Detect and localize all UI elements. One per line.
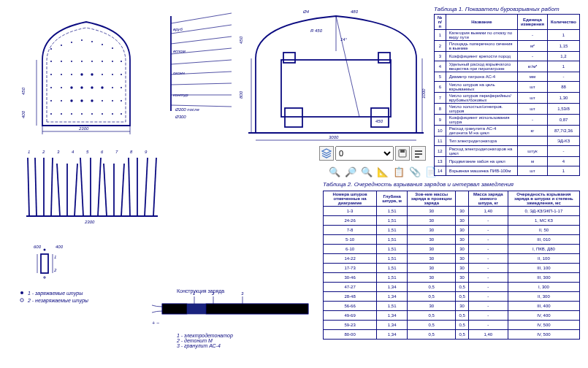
table-cell: 24-26	[324, 216, 377, 226]
svg-rect-123	[415, 153, 422, 155]
table-row: 5Диаметр патрона АС-4мм-	[435, 72, 580, 82]
charge-title: Конструкция заряда	[177, 288, 316, 294]
table-cell: Расход гранулита АС-4 детонита М на цикл	[446, 126, 517, 137]
table-cell: 1,51	[377, 273, 408, 283]
table2-header: Глубина шпура, м	[377, 191, 408, 207]
svg-point-30	[121, 87, 122, 88]
svg-point-19	[91, 73, 93, 75]
svg-line-86	[129, 158, 130, 216]
table-cell: 1,40	[468, 330, 508, 340]
table-row: 80-001,340,50,51,40IV, 500	[324, 330, 580, 340]
table-cell: 1,2	[548, 52, 580, 61]
table-cell: 30	[408, 302, 456, 311]
table-row: 3Коэффициент крепости пород-1,2	[435, 52, 580, 61]
table-cell: 8	[435, 104, 446, 115]
table-cell: 17-73	[324, 264, 377, 273]
table-cell: 30	[456, 207, 468, 216]
table-cell: 30	[408, 216, 456, 226]
dim-480: 480	[351, 9, 359, 14]
svg-point-7	[50, 61, 52, 62]
table-row: 1Категория выемки по отказу по виду пути…	[435, 30, 580, 41]
svg-rect-64	[283, 53, 295, 63]
table-cell: Площадь поперечного сечения в выемке	[446, 41, 517, 52]
table-cell: 12	[435, 146, 446, 157]
table-cell: -	[517, 115, 547, 126]
svg-point-8	[61, 61, 62, 62]
table-cell: кг/м³	[517, 61, 547, 72]
svg-point-35	[91, 99, 93, 101]
zoom-extents-icon[interactable]: 🔍	[328, 165, 341, 178]
table-cell: Диаметр патрона АС-4	[446, 72, 517, 82]
table-cell: 0,5	[408, 321, 456, 330]
table-cell: 47-27	[324, 283, 377, 292]
table-cell: м	[517, 157, 547, 166]
table-cell: 1,34	[377, 311, 408, 321]
table-cell: м²	[517, 41, 547, 52]
svg-point-102	[44, 249, 46, 251]
svg-line-57	[171, 83, 232, 85]
props-icon[interactable]	[411, 146, 426, 161]
layers-icon[interactable]	[319, 146, 334, 161]
legend-2-text: 2 - незаряжаемые шпуры	[28, 298, 88, 303]
table-cell: 1,51	[377, 254, 408, 264]
table-cell: Число шпуров на цель взрываемых	[446, 82, 517, 93]
save-icon[interactable]	[395, 146, 410, 161]
table-cell: III, 400	[508, 302, 579, 311]
svg-point-26	[80, 86, 83, 88]
layer-select[interactable]: 0	[335, 146, 394, 161]
dim-800: 800	[239, 91, 243, 99]
table-cell: 1, МС КЗ	[508, 216, 579, 226]
table-row: 56-661,513030-III, 400	[324, 302, 580, 311]
zoom-out-icon[interactable]: 🔍	[360, 165, 373, 178]
svg-text:2: 2	[42, 150, 45, 154]
dim-2300b: 2300	[84, 220, 95, 224]
table-cell: 0,5	[456, 330, 468, 340]
table-cell: 56-66	[324, 302, 377, 311]
table-row: 24-261,513030-1, МС КЗ	[324, 216, 580, 226]
table-cell: 88	[548, 82, 580, 93]
table-row: 1-31,5130301,400, ЭД-КЗ/ЭКП-1-17	[324, 207, 580, 216]
table-cell: 30	[456, 235, 468, 245]
svg-point-1	[61, 45, 62, 46]
svg-line-73	[28, 158, 29, 216]
table-row: 11Тип электродетонатораЭД-КЗ	[435, 137, 580, 146]
table-cell: 80-00	[324, 330, 377, 340]
misc2-icon[interactable]: 📋	[392, 165, 405, 178]
svg-line-77	[57, 164, 60, 216]
table1-header: № п/п	[435, 15, 446, 30]
lbl-vrub: вруб	[173, 27, 183, 31]
table-cell: 59-23	[324, 321, 377, 330]
table-cell: 30	[408, 264, 456, 273]
misc3-icon[interactable]: 📎	[408, 165, 421, 178]
table-cell: 0,5	[456, 321, 468, 330]
table-cell: II, 100	[508, 254, 579, 264]
table-cell: 1,51	[377, 245, 408, 254]
table-cell: 30	[408, 235, 456, 245]
table-cell: 7-8	[324, 226, 377, 235]
svg-text:2: 2	[53, 268, 57, 272]
svg-point-3	[81, 39, 83, 41]
table-cell: 30	[456, 226, 468, 235]
svg-line-59	[171, 105, 232, 107]
table-cell: III, 100	[508, 264, 579, 273]
table-cell: 1,51	[377, 207, 408, 216]
table-cell: Число шпуров периферийных/врубовых/боков…	[446, 93, 517, 104]
zoom-in-icon[interactable]: 🔎	[344, 165, 357, 178]
svg-point-32	[61, 100, 62, 101]
svg-rect-124	[415, 156, 419, 158]
svg-text:1: 1	[54, 255, 56, 259]
table-cell: -	[468, 254, 508, 264]
svg-point-24	[61, 87, 62, 88]
table-cell: 1	[548, 30, 580, 41]
svg-rect-112	[187, 304, 206, 314]
misc1-icon[interactable]: 📐	[376, 165, 389, 178]
cad-toolbar: 0	[319, 146, 426, 161]
svg-point-2	[71, 42, 72, 43]
svg-line-80	[80, 158, 83, 216]
svg-line-51	[171, 13, 232, 23]
table-row: 28-481,340,50,5-II, 300	[324, 292, 580, 302]
table1-header: Единица измерения	[517, 15, 547, 30]
table-cell: I, ПКВ, Д80	[508, 245, 579, 254]
table1-header: Название	[446, 15, 517, 30]
svg-point-4	[91, 41, 93, 42]
